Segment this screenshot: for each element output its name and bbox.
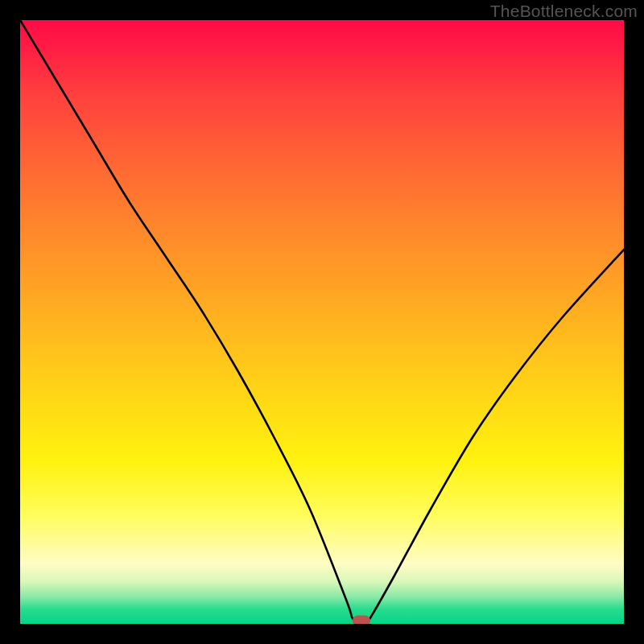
bottleneck-curve	[20, 20, 624, 624]
plot-area	[20, 20, 624, 624]
chart-frame: TheBottleneck.com	[0, 0, 644, 644]
watermark-text: TheBottleneck.com	[490, 2, 638, 21]
optimal-point-marker	[353, 616, 370, 624]
curve-path	[20, 20, 624, 624]
